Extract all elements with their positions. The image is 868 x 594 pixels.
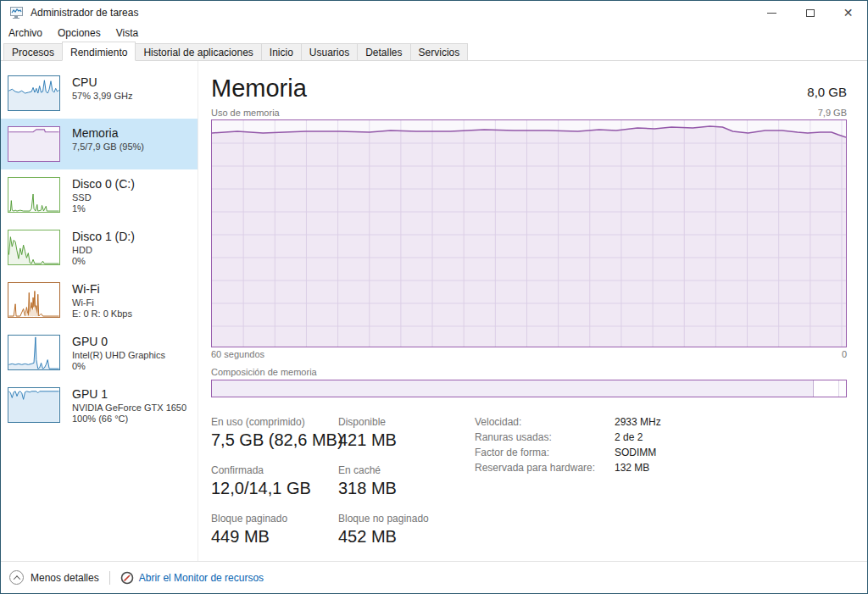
- composition-segment-free: [839, 380, 846, 397]
- chevron-up-icon: [13, 575, 19, 582]
- sidebar-item-subtitle2: 0%: [72, 256, 135, 268]
- disk1-sparkline-icon: [8, 230, 60, 265]
- less-details-button[interactable]: Menos detalles: [9, 570, 99, 585]
- detail-value: 132 MB: [615, 462, 649, 474]
- stats-detail-column: Velocidad: 2933 MHz Ranuras usadas: 2 de…: [475, 416, 661, 561]
- footer-divider: [109, 571, 110, 585]
- close-icon: ✕: [843, 7, 854, 19]
- sidebar-item-subtitle: SSD: [72, 192, 135, 204]
- menu-vista[interactable]: Vista: [108, 25, 146, 41]
- x-axis-left-label: 60 segundos: [211, 349, 264, 359]
- detail-label: Velocidad:: [475, 416, 615, 428]
- tab-usuarios[interactable]: Usuarios: [301, 43, 358, 60]
- menu-archivo[interactable]: Archivo: [1, 25, 50, 41]
- chevron-up-circle-icon: [9, 570, 24, 585]
- sidebar-item-subtitle: Wi-Fi: [72, 297, 132, 309]
- memory-panel: Memoria 8,0 GB Uso de memoria 7,9 GB: [198, 61, 867, 561]
- usage-label: Uso de memoria: [211, 108, 280, 118]
- tab-procesos[interactable]: Procesos: [3, 43, 63, 60]
- sidebar-item-gpu1[interactable]: GPU 1 NVIDIA GeForce GTX 1650 100% (66 °…: [1, 380, 198, 432]
- usage-chart-caption: Uso de memoria 7,9 GB: [211, 108, 847, 118]
- stat-paged-label: Bloque paginado: [211, 513, 311, 525]
- tab-servicios[interactable]: Servicios: [410, 43, 469, 60]
- detail-value: 2 de 2: [615, 431, 643, 443]
- open-resource-monitor-link[interactable]: Abrir el Monitor de recursos: [120, 571, 264, 585]
- sidebar-item-subtitle2: 0%: [72, 361, 165, 373]
- sidebar-item-title: GPU 0: [72, 335, 165, 350]
- x-axis-right-label: 0: [842, 349, 847, 359]
- stat-in-use-label: En uso (comprimido): [211, 416, 311, 428]
- detail-value: SODIMM: [615, 447, 656, 458]
- wifi-sparkline-icon: [8, 282, 60, 318]
- sidebar-item-title: Disco 1 (D:): [72, 230, 135, 245]
- memory-total: 8,0 GB: [807, 85, 847, 103]
- open-resource-monitor-label: Abrir el Monitor de recursos: [139, 572, 264, 584]
- cpu-sparkline-icon: [8, 75, 60, 111]
- content-area: CPU 57% 3,99 GHz Memoria 7,5/7,9 GB (95%…: [1, 61, 867, 561]
- detail-label: Ranuras usadas:: [475, 431, 615, 443]
- sidebar-item-subtitle2: 1%: [72, 203, 135, 215]
- detail-label: Reservada para hardware:: [475, 462, 615, 474]
- sidebar-item-wifi[interactable]: Wi-Fi Wi-Fi E: 0 R: 0 Kbps: [1, 275, 198, 327]
- tab-detalles[interactable]: Detalles: [357, 43, 410, 60]
- sidebar-item-text: Wi-Fi Wi-Fi E: 0 R: 0 Kbps: [72, 282, 132, 320]
- sidebar-item-subtitle2: E: 0 R: 0 Kbps: [72, 308, 132, 320]
- app-icon: [8, 6, 24, 19]
- stat-paged-value: 449 MB: [211, 527, 311, 547]
- stats-column-1: En uso (comprimido) 7,5 GB (82,6 MB) Con…: [211, 416, 311, 561]
- composition-segment-in-use: [212, 380, 814, 397]
- performance-sidebar: CPU 57% 3,99 GHz Memoria 7,5/7,9 GB (95%…: [1, 61, 198, 561]
- sidebar-item-memoria[interactable]: Memoria 7,5/7,9 GB (95%): [1, 119, 198, 169]
- tab-inicio[interactable]: Inicio: [261, 43, 302, 60]
- task-manager-window: Administrador de tareas ✕ Archivo Opcion…: [0, 0, 868, 594]
- sidebar-item-title: GPU 1: [72, 387, 186, 402]
- detail-value: 2933 MHz: [615, 416, 661, 428]
- menu-opciones[interactable]: Opciones: [50, 25, 108, 41]
- sidebar-item-disco0[interactable]: Disco 0 (C:) SSD 1%: [1, 169, 198, 222]
- sidebar-item-subtitle: 57% 3,99 GHz: [72, 91, 133, 103]
- disk0-sparkline-icon: [8, 177, 60, 213]
- resource-monitor-gauge-icon: [120, 571, 134, 585]
- maximize-button[interactable]: [791, 1, 829, 25]
- gpu1-sparkline-icon: [8, 387, 60, 423]
- stat-available-label: Disponible: [338, 416, 444, 428]
- tab-strip: Procesos Rendimiento Historial de aplica…: [1, 42, 867, 61]
- stat-nonpaged-value: 452 MB: [338, 527, 444, 547]
- memory-sparkline-icon: [8, 126, 60, 162]
- composition-label: Composición de memoria: [211, 367, 847, 377]
- sidebar-item-text: GPU 1 NVIDIA GeForce GTX 1650 100% (66 °…: [72, 387, 186, 425]
- stat-committed-value: 12,0/14,1 GB: [211, 479, 311, 498]
- sidebar-item-subtitle2: 100% (66 °C): [72, 414, 186, 425]
- sidebar-item-text: GPU 0 Intel(R) UHD Graphics 0%: [72, 335, 165, 373]
- minimize-button[interactable]: [753, 1, 791, 25]
- sidebar-item-cpu[interactable]: CPU 57% 3,99 GHz: [1, 68, 198, 119]
- sidebar-item-gpu0[interactable]: GPU 0 Intel(R) UHD Graphics 0%: [1, 327, 198, 380]
- sidebar-item-subtitle: NVIDIA GeForce GTX 1650: [72, 402, 186, 414]
- stat-in-use-value: 7,5 GB (82,6 MB): [211, 430, 311, 450]
- sidebar-item-title: Wi-Fi: [72, 282, 132, 297]
- gpu0-sparkline-icon: [8, 335, 60, 370]
- minimize-icon: [767, 13, 776, 14]
- sidebar-item-text: Disco 1 (D:) HDD 0%: [72, 230, 135, 268]
- detail-row-hw-reserved: Reservada para hardware: 132 MB: [475, 462, 661, 474]
- sidebar-item-subtitle: Intel(R) UHD Graphics: [72, 350, 165, 362]
- stats-column-2: Disponible 421 MB En caché 318 MB Bloque…: [338, 416, 444, 561]
- detail-row-form-factor: Factor de forma: SODIMM: [475, 447, 661, 458]
- close-button[interactable]: ✕: [829, 1, 867, 25]
- memory-stats: En uso (comprimido) 7,5 GB (82,6 MB) Con…: [211, 416, 847, 561]
- sidebar-item-title: Memoria: [72, 126, 144, 142]
- tab-historial-de-aplicaciones[interactable]: Historial de aplicaciones: [135, 43, 261, 60]
- sidebar-item-text: CPU 57% 3,99 GHz: [72, 75, 133, 112]
- sidebar-item-title: Disco 0 (C:): [72, 177, 135, 192]
- less-details-label: Menos detalles: [31, 572, 99, 584]
- maximize-icon: [806, 9, 815, 17]
- usage-max-label: 7,9 GB: [818, 108, 847, 118]
- window-title: Administrador de tareas: [31, 7, 138, 19]
- sidebar-item-title: CPU: [72, 75, 133, 91]
- tab-rendimiento[interactable]: Rendimiento: [62, 42, 136, 61]
- memory-usage-chart[interactable]: [211, 119, 847, 347]
- memory-composition-bar[interactable]: [211, 380, 847, 397]
- stat-cached-label: En caché: [338, 464, 444, 476]
- memory-header: Memoria 8,0 GB: [211, 75, 847, 103]
- sidebar-item-disco1[interactable]: Disco 1 (D:) HDD 0%: [1, 222, 198, 275]
